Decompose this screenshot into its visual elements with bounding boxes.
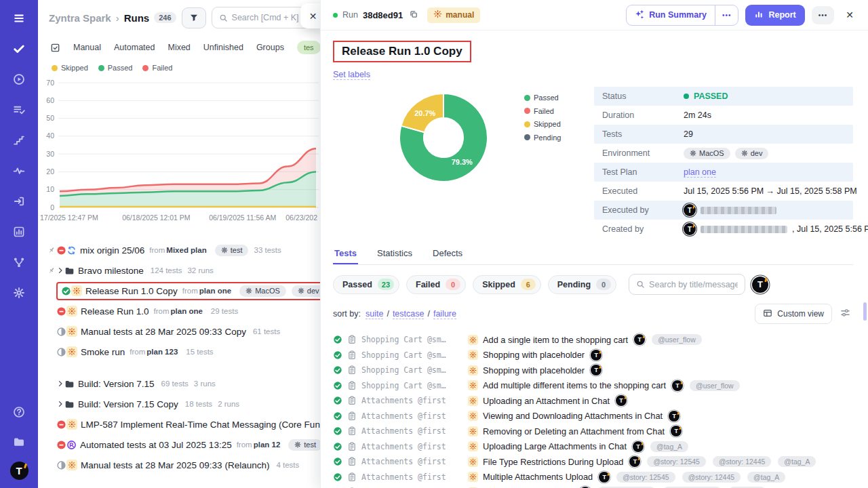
more-actions-button[interactable]: ••• [812,6,835,24]
test-row[interactable]: Attachments @firstFile Type Restrictions… [333,454,853,470]
run-title: Build: Version 7.15 [78,379,155,389]
filter-button[interactable] [182,7,206,28]
test-row[interactable]: Attachments @firstUploading an Attachmen… [333,393,853,409]
test-row[interactable]: Attachments @firstRemoving or Deleting a… [333,424,853,439]
select-runs-icon [50,43,60,53]
rail-gear-button[interactable] [9,283,29,303]
run-row[interactable]: Smoke runfromplan 12315 tests [46,342,320,362]
rail-steps-button[interactable] [9,130,29,150]
passed-status-icon [333,396,342,405]
runs-tab-automated[interactable]: Automated [114,43,155,52]
legend-label: Skipped [61,64,88,72]
manual-spark-icon [468,396,478,406]
rail-folder-button[interactable] [9,432,29,452]
runs-search-input[interactable] [232,13,306,22]
spark-icon [469,473,477,481]
spark-icon [68,420,76,428]
filter-passed-button[interactable]: Passed23 [333,275,399,294]
run-row[interactable]: Release Run 1.0 Copyfromplan oneMacOSdev… [46,281,320,301]
run-row[interactable]: LMP-587 Implement Real-Time Chat Messagi… [46,414,320,434]
run-plan-link[interactable]: plan 123 [146,348,178,356]
filter-skipped-button[interactable]: Skipped6 [473,275,541,294]
run-row[interactable]: mix origin 25/06fromMixed plantest33 tes… [46,240,320,260]
custom-view-button[interactable]: Custom view [755,304,832,324]
close-detail-button[interactable]: ✕ [841,7,859,23]
runs-tab-unfinished[interactable]: Unfinished [203,43,243,52]
rail-sign-in-button[interactable] [9,191,29,211]
rail-menu-button[interactable] [9,8,29,28]
rail-playlist-check-button[interactable] [9,100,29,120]
run-row[interactable]: Build: Version 7.1569 tests3 runs [46,373,320,394]
run-row[interactable]: Bravo milestone124 tests32 runs [46,260,320,281]
test-plan-link[interactable]: plan one [684,167,716,178]
test-tag: @story: 12545 [616,472,675,483]
run-row[interactable]: Manual tests at 28 Mar 2025 09:33 (Relau… [46,455,320,475]
test-title: Shopping with placeholder [483,365,585,375]
copy-run-id-button[interactable] [408,8,420,22]
avatar[interactable]: T [10,462,28,480]
avatar: T [616,395,627,406]
rail-branch-button[interactable] [9,252,29,272]
test-row[interactable]: Attachments @firstViewing and Downloadin… [333,409,853,424]
tests-search-input[interactable] [649,280,738,289]
run-row[interactable]: Release Run 1.0fromplan one29 tests [46,301,320,321]
finished-status-icon [56,327,66,337]
test-title: Add a single item to the shopping cart [483,335,628,345]
tab-defects[interactable]: Defects [431,248,464,264]
sort-separator: / [387,309,389,319]
scrollbar-thumb[interactable] [863,302,867,321]
run-row[interactable]: Automated tests at 03 Jul 2025 13:25from… [46,434,320,455]
rail-play-circle-button[interactable] [9,69,29,89]
report-button[interactable]: Report [745,5,804,26]
rail-check-button[interactable] [9,39,29,59]
runs-tab-groups[interactable]: Groups [256,43,284,52]
runs-panel: Zyntra Spark › Runs 246 ✕ ManualAutomate… [38,0,320,488]
run-plan-link[interactable]: plan one [171,307,203,315]
svg-text:20: 20 [46,167,54,176]
breadcrumb-section[interactable]: Runs [124,12,150,24]
sort-by-testcase[interactable]: testcase [393,309,425,319]
rail-help-button[interactable] [9,402,29,422]
filter-failed-button[interactable]: Failed0 [406,275,466,294]
run-row[interactable]: Manual tests at 28 Mar 2025 09:33 Copy61… [46,321,320,342]
redacted-name [701,226,787,233]
test-row[interactable]: Shopping Cart @sm…Shopping with placehol… [333,348,853,363]
finished-status-icon [56,347,66,357]
run-plan-link[interactable]: plan one [199,287,231,295]
test-row[interactable]: Attachments @firstUploading Large Attach… [333,439,853,455]
avatar[interactable]: T [752,277,768,293]
test-title: Uploading an Attachment in Chat [483,396,610,406]
test-row[interactable]: Attachments @firstMultiple Attachments U… [333,470,853,485]
run-row[interactable]: Build: Version 7.15 Copy18 tests2 runs [46,394,320,414]
test-row[interactable]: Attachments @firstImage Preview on Click… [333,485,853,488]
legend-dot [524,134,530,140]
legend-label: Skipped [534,120,561,128]
run-summary-more-button[interactable]: ••• [715,5,738,25]
test-row[interactable]: Shopping Cart @sm…Add multiple different… [333,378,853,394]
spark-icon [68,307,76,315]
sort-by-suite[interactable]: suite [366,309,383,319]
run-plan-link[interactable]: Mixed plan [166,246,206,254]
tab-tests[interactable]: Tests [333,248,358,264]
run-plan-link[interactable]: plan 12 [254,441,281,449]
test-row[interactable]: Shopping Cart @sm…Add a single item to t… [333,332,853,348]
runs-tab-manual[interactable]: Manual [73,43,101,52]
view-settings-button[interactable] [840,308,850,320]
rail-activity-button[interactable] [9,161,29,181]
run-summary-button[interactable]: Run Summary [627,5,715,25]
breadcrumb-project[interactable]: Zyntra Spark [49,12,111,24]
manual-spark-icon [71,285,82,296]
close-panel-button[interactable]: ✕ [300,3,320,28]
rail-analytics-button[interactable] [9,222,29,242]
passed-status-icon [333,335,342,344]
sort-by-failure[interactable]: failure [433,309,456,319]
runs-tag-filter[interactable]: tes [297,41,320,54]
test-suite: Attachments @first [361,396,463,405]
set-labels-link[interactable]: Set labels [333,70,370,80]
test-row[interactable]: Shopping Cart @sm…Shopping with placehol… [333,363,853,378]
runs-tab-mixed[interactable]: Mixed [167,43,190,52]
tab-statistics[interactable]: Statistics [376,248,414,264]
filter-pending-button[interactable]: Pending0 [548,275,616,294]
run-title: Build: Version 7.15 Copy [78,399,178,409]
results-donut-chart: 79.3%20.7% [393,87,494,191]
